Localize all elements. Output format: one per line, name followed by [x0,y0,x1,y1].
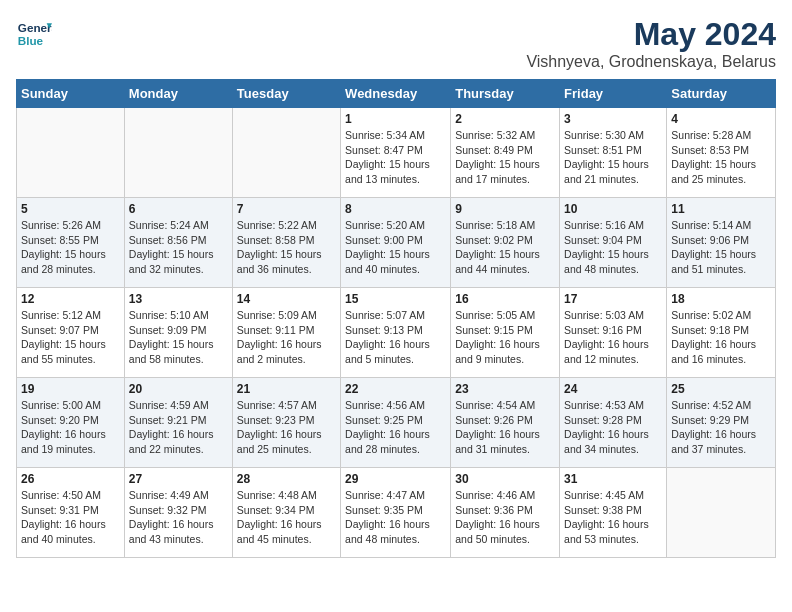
calendar-day-cell: 16Sunrise: 5:05 AM Sunset: 9:15 PM Dayli… [451,288,560,378]
day-number: 22 [345,382,446,396]
page-header: General Blue May 2024 Vishnyeva, Grodnen… [16,16,776,71]
calendar-day-cell: 3Sunrise: 5:30 AM Sunset: 8:51 PM Daylig… [560,108,667,198]
calendar-table: SundayMondayTuesdayWednesdayThursdayFrid… [16,79,776,558]
calendar-day-cell: 26Sunrise: 4:50 AM Sunset: 9:31 PM Dayli… [17,468,125,558]
day-number: 12 [21,292,120,306]
day-info: Sunrise: 4:50 AM Sunset: 9:31 PM Dayligh… [21,488,120,547]
calendar-day-cell: 2Sunrise: 5:32 AM Sunset: 8:49 PM Daylig… [451,108,560,198]
calendar-day-cell: 9Sunrise: 5:18 AM Sunset: 9:02 PM Daylig… [451,198,560,288]
calendar-day-cell: 21Sunrise: 4:57 AM Sunset: 9:23 PM Dayli… [232,378,340,468]
day-number: 29 [345,472,446,486]
calendar-day-cell: 29Sunrise: 4:47 AM Sunset: 9:35 PM Dayli… [341,468,451,558]
day-info: Sunrise: 4:57 AM Sunset: 9:23 PM Dayligh… [237,398,336,457]
calendar-day-cell: 5Sunrise: 5:26 AM Sunset: 8:55 PM Daylig… [17,198,125,288]
calendar-week-row: 5Sunrise: 5:26 AM Sunset: 8:55 PM Daylig… [17,198,776,288]
day-number: 7 [237,202,336,216]
day-number: 10 [564,202,662,216]
calendar-day-cell [232,108,340,198]
day-number: 20 [129,382,228,396]
day-number: 24 [564,382,662,396]
day-number: 21 [237,382,336,396]
day-info: Sunrise: 5:34 AM Sunset: 8:47 PM Dayligh… [345,128,446,187]
calendar-day-cell [667,468,776,558]
calendar-day-cell: 24Sunrise: 4:53 AM Sunset: 9:28 PM Dayli… [560,378,667,468]
day-info: Sunrise: 5:26 AM Sunset: 8:55 PM Dayligh… [21,218,120,277]
day-number: 31 [564,472,662,486]
day-info: Sunrise: 4:59 AM Sunset: 9:21 PM Dayligh… [129,398,228,457]
day-number: 9 [455,202,555,216]
calendar-day-cell: 13Sunrise: 5:10 AM Sunset: 9:09 PM Dayli… [124,288,232,378]
calendar-day-cell: 6Sunrise: 5:24 AM Sunset: 8:56 PM Daylig… [124,198,232,288]
day-info: Sunrise: 5:20 AM Sunset: 9:00 PM Dayligh… [345,218,446,277]
day-info: Sunrise: 5:28 AM Sunset: 8:53 PM Dayligh… [671,128,771,187]
month-year-title: May 2024 [526,16,776,53]
location-subtitle: Vishnyeva, Grodnenskaya, Belarus [526,53,776,71]
calendar-day-cell: 27Sunrise: 4:49 AM Sunset: 9:32 PM Dayli… [124,468,232,558]
day-number: 19 [21,382,120,396]
svg-text:General: General [18,21,52,34]
day-info: Sunrise: 5:18 AM Sunset: 9:02 PM Dayligh… [455,218,555,277]
svg-text:Blue: Blue [18,34,44,47]
calendar-day-cell: 17Sunrise: 5:03 AM Sunset: 9:16 PM Dayli… [560,288,667,378]
day-number: 8 [345,202,446,216]
weekday-header-cell: Thursday [451,80,560,108]
day-number: 11 [671,202,771,216]
calendar-day-cell: 30Sunrise: 4:46 AM Sunset: 9:36 PM Dayli… [451,468,560,558]
calendar-day-cell: 28Sunrise: 4:48 AM Sunset: 9:34 PM Dayli… [232,468,340,558]
calendar-day-cell: 14Sunrise: 5:09 AM Sunset: 9:11 PM Dayli… [232,288,340,378]
day-info: Sunrise: 5:16 AM Sunset: 9:04 PM Dayligh… [564,218,662,277]
logo: General Blue [16,16,52,52]
day-info: Sunrise: 5:00 AM Sunset: 9:20 PM Dayligh… [21,398,120,457]
weekday-header-cell: Tuesday [232,80,340,108]
day-number: 16 [455,292,555,306]
day-info: Sunrise: 5:32 AM Sunset: 8:49 PM Dayligh… [455,128,555,187]
day-info: Sunrise: 4:54 AM Sunset: 9:26 PM Dayligh… [455,398,555,457]
day-info: Sunrise: 4:52 AM Sunset: 9:29 PM Dayligh… [671,398,771,457]
day-info: Sunrise: 5:10 AM Sunset: 9:09 PM Dayligh… [129,308,228,367]
day-number: 25 [671,382,771,396]
calendar-day-cell: 4Sunrise: 5:28 AM Sunset: 8:53 PM Daylig… [667,108,776,198]
calendar-week-row: 19Sunrise: 5:00 AM Sunset: 9:20 PM Dayli… [17,378,776,468]
day-info: Sunrise: 4:49 AM Sunset: 9:32 PM Dayligh… [129,488,228,547]
calendar-day-cell [124,108,232,198]
day-number: 18 [671,292,771,306]
calendar-week-row: 26Sunrise: 4:50 AM Sunset: 9:31 PM Dayli… [17,468,776,558]
calendar-day-cell [17,108,125,198]
calendar-day-cell: 19Sunrise: 5:00 AM Sunset: 9:20 PM Dayli… [17,378,125,468]
day-info: Sunrise: 5:22 AM Sunset: 8:58 PM Dayligh… [237,218,336,277]
calendar-day-cell: 8Sunrise: 5:20 AM Sunset: 9:00 PM Daylig… [341,198,451,288]
day-number: 30 [455,472,555,486]
weekday-header-cell: Monday [124,80,232,108]
day-info: Sunrise: 5:12 AM Sunset: 9:07 PM Dayligh… [21,308,120,367]
calendar-day-cell: 18Sunrise: 5:02 AM Sunset: 9:18 PM Dayli… [667,288,776,378]
day-info: Sunrise: 5:24 AM Sunset: 8:56 PM Dayligh… [129,218,228,277]
weekday-header-cell: Saturday [667,80,776,108]
calendar-day-cell: 31Sunrise: 4:45 AM Sunset: 9:38 PM Dayli… [560,468,667,558]
day-number: 6 [129,202,228,216]
weekday-header-row: SundayMondayTuesdayWednesdayThursdayFrid… [17,80,776,108]
calendar-day-cell: 1Sunrise: 5:34 AM Sunset: 8:47 PM Daylig… [341,108,451,198]
day-info: Sunrise: 4:53 AM Sunset: 9:28 PM Dayligh… [564,398,662,457]
day-info: Sunrise: 4:56 AM Sunset: 9:25 PM Dayligh… [345,398,446,457]
day-number: 2 [455,112,555,126]
day-number: 1 [345,112,446,126]
day-info: Sunrise: 5:14 AM Sunset: 9:06 PM Dayligh… [671,218,771,277]
calendar-week-row: 1Sunrise: 5:34 AM Sunset: 8:47 PM Daylig… [17,108,776,198]
day-number: 27 [129,472,228,486]
day-info: Sunrise: 4:48 AM Sunset: 9:34 PM Dayligh… [237,488,336,547]
day-info: Sunrise: 4:45 AM Sunset: 9:38 PM Dayligh… [564,488,662,547]
day-info: Sunrise: 5:03 AM Sunset: 9:16 PM Dayligh… [564,308,662,367]
calendar-day-cell: 15Sunrise: 5:07 AM Sunset: 9:13 PM Dayli… [341,288,451,378]
day-number: 14 [237,292,336,306]
calendar-week-row: 12Sunrise: 5:12 AM Sunset: 9:07 PM Dayli… [17,288,776,378]
day-info: Sunrise: 5:05 AM Sunset: 9:15 PM Dayligh… [455,308,555,367]
day-number: 15 [345,292,446,306]
weekday-header-cell: Wednesday [341,80,451,108]
day-number: 13 [129,292,228,306]
day-number: 23 [455,382,555,396]
title-block: May 2024 Vishnyeva, Grodnenskaya, Belaru… [526,16,776,71]
day-number: 3 [564,112,662,126]
day-number: 26 [21,472,120,486]
calendar-day-cell: 22Sunrise: 4:56 AM Sunset: 9:25 PM Dayli… [341,378,451,468]
day-info: Sunrise: 5:30 AM Sunset: 8:51 PM Dayligh… [564,128,662,187]
